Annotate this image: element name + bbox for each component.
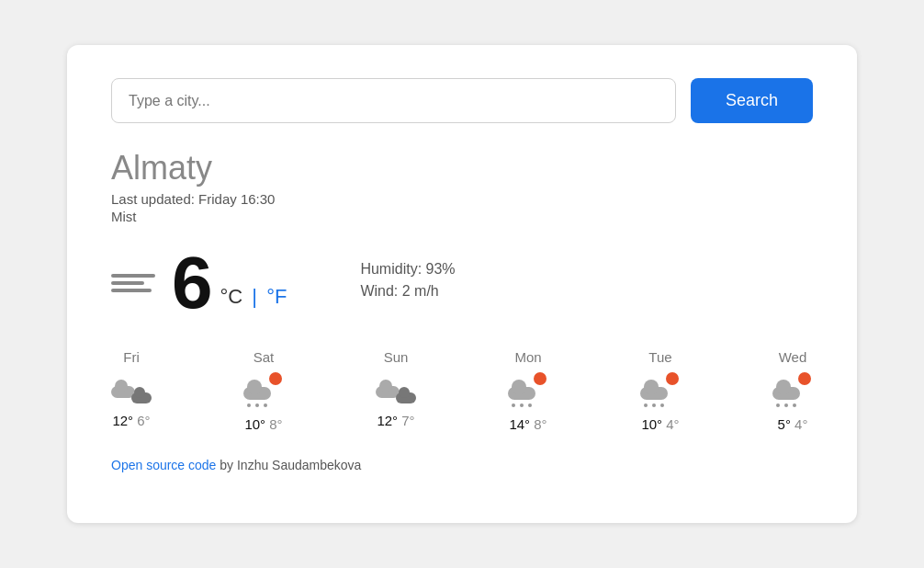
search-button[interactable]: Search <box>691 78 813 123</box>
forecast-fri-icon <box>111 372 152 405</box>
humidity: Humidity: 93% <box>360 261 455 278</box>
city-search-input[interactable] <box>111 78 676 123</box>
forecast-sun-label: Sun <box>384 349 409 365</box>
current-weather: 6 °C | °F Humidity: 93% Wind: 2 m/h <box>111 246 813 320</box>
forecast-tue: Tue 10° 4° <box>640 349 681 432</box>
forecast-sun: Sun 12° 7° <box>376 349 416 432</box>
forecast-fri-label: Fri <box>123 349 140 365</box>
footer: Open source code by Inzhu Saudambekova <box>111 458 813 472</box>
forecast-wed-icon <box>772 372 813 409</box>
forecast-sat: Sat 10° 8° <box>243 349 284 432</box>
forecast-tue-label: Tue <box>648 349 671 365</box>
wind: Wind: 2 m/h <box>360 283 455 300</box>
temperature-units: °C | °F <box>220 285 287 309</box>
forecast-mon: Mon 14° 8° <box>508 349 548 432</box>
condition: Mist <box>111 209 813 224</box>
forecast-wed-label: Wed <box>779 349 807 365</box>
weather-card: Search Almaty Last updated: Friday 16:30… <box>67 45 857 523</box>
celsius-unit: °C <box>220 285 243 308</box>
fahrenheit-unit[interactable]: °F <box>266 285 287 308</box>
forecast-fri: Fri 12° 6° <box>111 349 152 432</box>
forecast-wed: Wed 5° 4° <box>772 349 813 432</box>
forecast-mon-icon <box>508 372 548 409</box>
weather-details: Humidity: 93% Wind: 2 m/h <box>360 261 455 305</box>
forecast-sat-icon <box>243 372 284 409</box>
forecast-fri-temps: 12° 6° <box>112 413 150 428</box>
mist-icon <box>111 274 155 292</box>
forecast-row: Fri 12° 6° Sat <box>111 349 813 432</box>
forecast-sun-temps: 12° 7° <box>377 413 414 428</box>
unit-separator: | <box>252 285 257 308</box>
forecast-mon-temps: 14° 8° <box>509 416 547 432</box>
forecast-sat-label: Sat <box>254 349 275 365</box>
forecast-mon-label: Mon <box>514 349 541 365</box>
source-code-link[interactable]: Open source code <box>111 458 216 472</box>
temperature: 6 <box>172 246 213 320</box>
footer-suffix: by Inzhu Saudambekova <box>216 458 361 472</box>
forecast-tue-temps: 10° 4° <box>641 416 679 432</box>
last-updated: Last updated: Friday 16:30 <box>111 191 813 207</box>
city-name: Almaty <box>111 149 813 187</box>
forecast-tue-icon <box>640 372 681 409</box>
forecast-wed-temps: 5° 4° <box>778 416 808 432</box>
forecast-sat-temps: 10° 8° <box>244 416 282 432</box>
search-row: Search <box>111 78 813 123</box>
forecast-sun-icon <box>376 372 416 405</box>
